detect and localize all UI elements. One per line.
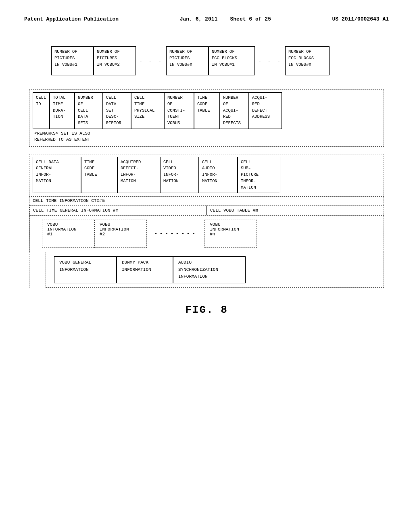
- box-cell-time-phys-size: CELLTIMEPHYSICALSIZE: [131, 92, 164, 129]
- box-num-ecc-vobun: NUMBER OFECC BLOCKSIN VOBU#n: [285, 46, 330, 75]
- box-cell-id: CELLID: [33, 92, 50, 129]
- vobu-box-n: VOBUINFORMATION#n: [204, 220, 257, 248]
- box-num-ecc-vobu1: NUMBER OFECC BLOCKSIN VOBU#1: [209, 46, 255, 75]
- box-cell-sub-picture-info: CELLSUB-PICTUREINFOR-MATION: [238, 157, 280, 193]
- page-header: Patent Application Publication Jan. 6, 2…: [24, 16, 389, 22]
- dummy-pack-info-box: DUMMY PACKINFORMATION: [117, 256, 173, 283]
- vobu-sub-row: VOBU GENERALINFORMATION DUMMY PACKINFORM…: [46, 252, 384, 288]
- figure-label: FIG. 8: [24, 304, 389, 316]
- vobu-box-1: VOBUINFORMATION#1: [42, 220, 94, 248]
- header-left: Patent Application Publication: [24, 16, 119, 22]
- cti-section: CELL TIME INFORMATION CTI#m: [29, 197, 384, 205]
- cell-data-section: CELL DATAGENERALINFOR-MATION TIMECODETAB…: [29, 154, 384, 197]
- box-num-pics-vobu1: NUMBER OFPICTURESIN VOBU#1: [51, 46, 94, 75]
- ctgi-section: CELL TIME GENERAL INFORMATION #m CELL VO…: [29, 205, 384, 288]
- header-center: Jan. 6, 2011 Sheet 6 of 25: [180, 16, 271, 22]
- vobu-dash-connector: --------: [147, 220, 204, 248]
- diagram: NUMBER OFPICTURESIN VOBU#1 NUMBER OFPICT…: [29, 46, 384, 288]
- top-row: NUMBER OFPICTURESIN VOBU#1 NUMBER OFPICT…: [51, 46, 384, 75]
- mid-row: CELLID TOTALTIMEDURA-TION NUMBEROFCELLDA…: [33, 92, 380, 129]
- box-num-constituent-vobus: NUMBEROFCONSTI-TUENTVOBUS: [164, 92, 194, 129]
- box-num-pics-vobun: NUMBER OFPICTURESIN VOBU#n: [166, 46, 209, 75]
- vobu-row: VOBUINFORMATION#1 VOBUINFORMATION#2 ----…: [29, 216, 384, 252]
- box-cell-data-general-info: CELL DATAGENERALINFOR-MATION: [33, 157, 81, 193]
- mid-section: CELLID TOTALTIMEDURA-TION NUMBEROFCELLDA…: [29, 89, 384, 147]
- box-total-time: TOTALTIMEDURA-TION: [50, 92, 75, 129]
- cell-row: CELL DATAGENERALINFOR-MATION TIMECODETAB…: [33, 157, 380, 193]
- box-cell-audio-info: CELLAUDIOINFOR-MATION: [199, 157, 238, 193]
- box-time-code-table-2: TIMECODETABLE: [81, 157, 117, 193]
- cti-label: CELL TIME INFORMATION CTI#m: [33, 198, 104, 203]
- box-cell-data-set-desc: CELLDATASETDESC-RIPTOR: [103, 92, 131, 129]
- vobu-general-info-box: VOBU GENERALINFORMATION: [54, 256, 117, 283]
- header-right: US 2011/0002643 A1: [332, 16, 389, 22]
- box-num-pics-vobu2: NUMBER OFPICTURESIN VOBU#2: [94, 46, 136, 75]
- page: Patent Application Publication Jan. 6, 2…: [0, 0, 413, 532]
- remarks: <REMARKS> SET IS ALSOREFERRED TO AS EXTE…: [33, 129, 380, 143]
- box-num-acqui-red-defects: NUMBEROFACQUI-REDDEFECTS: [220, 92, 249, 129]
- box-acquired-defect-info: ACQUIREDDEFECT·INFOR-MATION: [117, 157, 160, 193]
- box-acqui-red-defect-address: ACQUI-REDDEFECTADDRESS: [249, 92, 282, 129]
- dash-connector-2: - - -: [255, 46, 285, 75]
- ctgi-label1: CELL TIME GENERAL INFORMATION #m: [30, 206, 207, 215]
- box-cell-video-info: CELLVIDEOINFOR-MATION: [160, 157, 199, 193]
- box-time-code-table: TIMECODETABLE: [194, 92, 220, 129]
- ctgi-label2: CELL VOBU TABLE #m: [207, 206, 384, 215]
- vobu-box-2: VOBUINFORMATION#2: [94, 220, 147, 248]
- box-num-cell-data-sets: NUMBEROFCELLDATASETS: [75, 92, 103, 129]
- dash-connector-1: - - -: [136, 46, 166, 75]
- audio-sync-info-box: AUDIOSYNCHRONIZATIONINFORMATION: [173, 256, 246, 283]
